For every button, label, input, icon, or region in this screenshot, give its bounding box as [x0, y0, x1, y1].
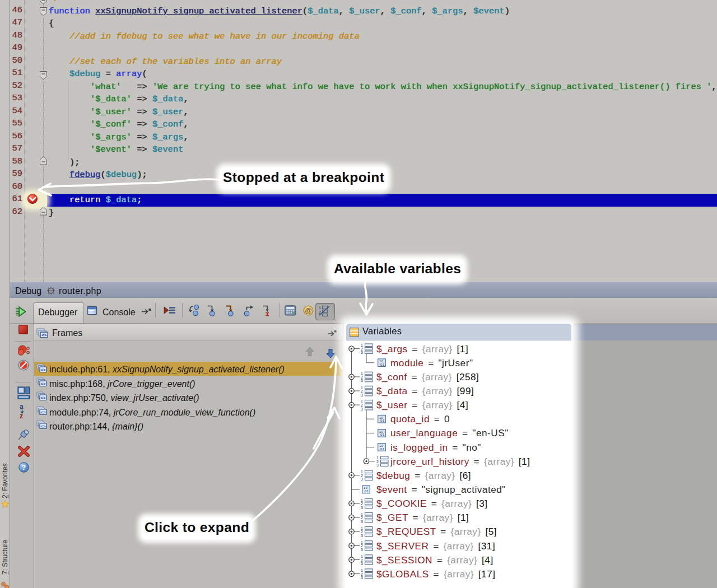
svg-text:<>: <>	[41, 368, 46, 372]
svg-text:@: @	[305, 307, 312, 315]
svg-text:<>: <>	[41, 333, 47, 338]
svg-text:a: a	[20, 403, 24, 410]
svg-text:<>: <>	[41, 424, 46, 429]
svg-text:z: z	[20, 412, 23, 419]
svg-text:1: 1	[319, 306, 321, 310]
svg-text:<>: <>	[41, 382, 46, 386]
svg-text:?: ?	[22, 464, 26, 472]
svg-text:<>: <>	[41, 396, 46, 400]
svg-text:<>: <>	[41, 410, 46, 415]
